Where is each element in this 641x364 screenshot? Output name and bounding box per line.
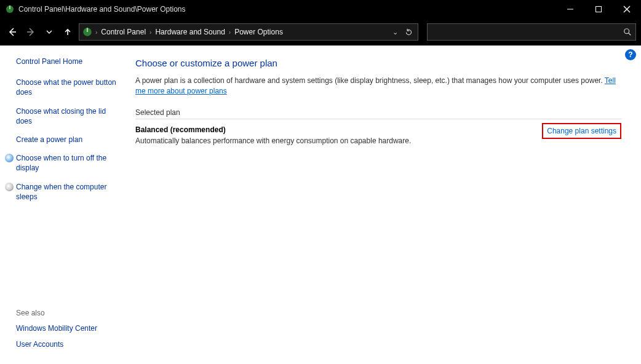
chevron-right-icon[interactable]: ›	[149, 29, 151, 36]
content-pane: Choose or customize a power plan A power…	[132, 46, 641, 364]
control-panel-icon	[82, 26, 93, 38]
sidebar: Control Panel Home Choose what the power…	[0, 46, 132, 364]
search-box[interactable]	[427, 23, 636, 41]
svg-rect-1	[9, 6, 10, 9]
help-button[interactable]: ?	[625, 49, 636, 60]
nav-bar: › Control Panel › Hardware and Sound › P…	[0, 18, 641, 46]
sidebar-item-turn-off-display: Choose when to turn off the display	[5, 153, 109, 173]
help-icon: ?	[628, 50, 632, 59]
sleep-icon	[5, 183, 14, 191]
display-icon	[5, 154, 14, 162]
plan-name: Balanced (recommended)	[135, 125, 542, 134]
arrow-left-icon	[7, 27, 17, 37]
chevron-right-icon[interactable]: ›	[95, 29, 97, 36]
recent-locations-button[interactable]	[42, 25, 57, 39]
plan-row: Balanced (recommended) Automatically bal…	[135, 125, 621, 145]
page-title: Choose or customize a power plan	[135, 58, 627, 68]
sidebar-home-link[interactable]: Control Panel Home	[16, 57, 123, 66]
breadcrumb-seg-control-panel[interactable]: Control Panel	[101, 28, 146, 36]
sidebar-link-computer-sleeps[interactable]: Change when the computer sleeps	[16, 182, 109, 202]
chevron-down-icon	[46, 29, 52, 35]
window-title: Control Panel\Hardware and Sound\Power O…	[18, 5, 186, 14]
see-also-mobility-center[interactable]: Windows Mobility Center	[16, 323, 123, 333]
description-text: A power plan is a collection of hardware…	[135, 76, 605, 85]
svg-line-11	[629, 33, 631, 36]
close-button[interactable]	[613, 0, 641, 18]
chevron-right-icon[interactable]: ›	[229, 29, 231, 36]
breadcrumb: › Control Panel › Hardware and Sound › P…	[95, 28, 388, 36]
maximize-button[interactable]	[584, 0, 613, 18]
sidebar-item-computer-sleeps: Change when the computer sleeps	[5, 182, 109, 202]
change-plan-settings-link[interactable]: Change plan settings	[542, 123, 621, 139]
see-also-user-accounts[interactable]: User Accounts	[16, 339, 123, 349]
svg-rect-9	[87, 28, 88, 32]
svg-point-10	[624, 29, 629, 34]
plan-text: Balanced (recommended) Automatically bal…	[135, 125, 542, 145]
main-area: ? Control Panel Home Choose what the pow…	[0, 46, 641, 364]
refresh-button[interactable]	[402, 25, 415, 39]
selected-plan-label: Selected plan	[135, 108, 621, 119]
sidebar-link-turn-off-display[interactable]: Choose when to turn off the display	[16, 153, 109, 173]
refresh-icon	[405, 28, 413, 36]
breadcrumb-seg-power-options[interactable]: Power Options	[234, 28, 283, 36]
page-description: A power plan is a collection of hardware…	[135, 76, 621, 97]
minimize-button[interactable]	[556, 0, 584, 18]
see-also-label: See also	[16, 309, 123, 317]
back-button[interactable]	[5, 25, 20, 39]
maximize-icon	[595, 6, 602, 13]
minimize-icon	[567, 6, 574, 13]
breadcrumb-seg-hardware-sound[interactable]: Hardware and Sound	[155, 28, 225, 36]
search-icon	[623, 28, 632, 36]
sidebar-link-create-plan[interactable]: Create a power plan	[16, 135, 121, 144]
app-icon	[5, 4, 15, 14]
up-button[interactable]	[60, 25, 75, 39]
sidebar-link-power-button[interactable]: Choose what the power button does	[16, 77, 121, 97]
address-bar[interactable]: › Control Panel › Hardware and Sound › P…	[79, 23, 418, 41]
sidebar-link-close-lid[interactable]: Choose what closing the lid does	[16, 106, 121, 126]
plan-description: Automatically balances performance with …	[135, 136, 542, 145]
close-icon	[623, 6, 631, 13]
title-bar: Control Panel\Hardware and Sound\Power O…	[0, 0, 641, 18]
forward-button[interactable]	[23, 25, 38, 39]
svg-rect-3	[596, 7, 602, 12]
arrow-right-icon	[26, 27, 36, 37]
address-dropdown-button[interactable]: ⌄	[388, 25, 402, 39]
arrow-up-icon	[63, 28, 72, 36]
